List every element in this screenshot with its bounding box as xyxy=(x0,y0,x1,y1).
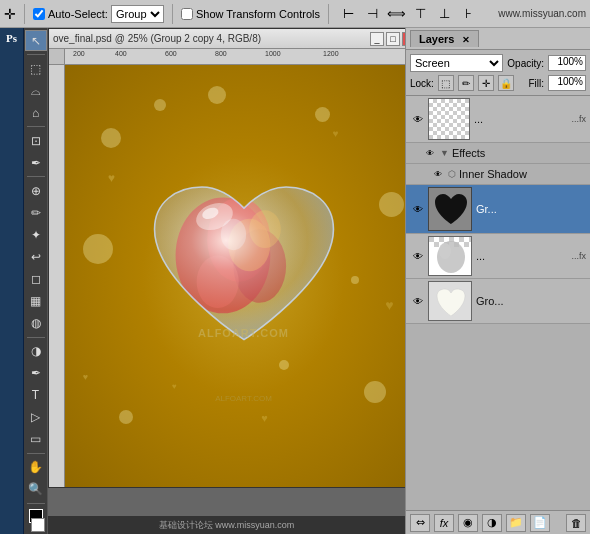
canvas-content: ♥ ♥ ♥ ♥ ♥ ♥ xyxy=(65,65,405,487)
layer-inner-shadow[interactable]: 👁 ⬡ Inner Shadow xyxy=(406,164,590,185)
layer-effects-header[interactable]: 👁 ▼ Effects xyxy=(406,143,590,164)
layer-1-fx: ...fx xyxy=(571,114,586,124)
inner-shadow-visibility[interactable]: 👁 xyxy=(430,166,446,182)
add-mask-btn[interactable]: ◉ xyxy=(458,514,478,532)
text-tool-btn[interactable]: T xyxy=(25,385,47,406)
align-left-btn[interactable]: ⊢ xyxy=(337,3,359,25)
layer-item-1[interactable]: 👁 ... ...fx xyxy=(406,96,590,143)
hand-tool-btn[interactable]: ✋ xyxy=(25,457,47,478)
close-btn[interactable]: ✕ xyxy=(402,32,405,46)
align-right-btn[interactable]: ⟺ xyxy=(385,3,407,25)
ps-logo: Ps xyxy=(0,28,24,534)
layer-effects-visibility[interactable]: 👁 xyxy=(422,145,438,161)
pen-tool-btn[interactable]: ✒ xyxy=(25,363,47,384)
auto-select-checkbox[interactable] xyxy=(33,8,45,20)
dodge-tool-btn[interactable]: ◑ xyxy=(25,341,47,362)
layer-3-thumb-svg xyxy=(429,237,472,276)
heart-bokeh-2: ♥ xyxy=(333,128,339,139)
clone-stamp-btn[interactable]: ✦ xyxy=(25,224,47,245)
delete-layer-btn[interactable]: 🗑 xyxy=(566,514,586,532)
svg-rect-11 xyxy=(429,237,434,242)
lasso-tool-btn[interactable]: ⌓ xyxy=(25,80,47,101)
minimize-btn[interactable]: _ xyxy=(370,32,384,46)
layer-3-name: ... xyxy=(476,250,571,262)
align-top-btn[interactable]: ⊤ xyxy=(409,3,431,25)
effects-eye-icon: 👁 xyxy=(426,149,434,158)
layers-panel: Layers ✕ Screen Opacity: 100% Lock: ⬚ ✏ … xyxy=(405,28,590,534)
layer-item-3[interactable]: 👁 xyxy=(406,234,590,279)
transform-checkbox[interactable] xyxy=(181,8,193,20)
magic-wand-btn[interactable]: ⌂ xyxy=(25,102,47,123)
ruler-horizontal: 200 400 600 800 1000 1200 xyxy=(65,49,405,65)
fill-value[interactable]: 100% xyxy=(548,75,586,91)
layer-selected-name: Gr... xyxy=(476,203,586,215)
path-select-btn[interactable]: ▷ xyxy=(25,407,47,428)
layer-selected-info: Gr... xyxy=(476,203,586,215)
lock-pixels-btn[interactable]: ✏ xyxy=(458,75,474,91)
layer-4-info: Gro... xyxy=(476,295,586,307)
add-fx-btn[interactable]: fx xyxy=(434,514,454,532)
maximize-btn[interactable]: □ xyxy=(386,32,400,46)
layer-selected-visibility[interactable]: 👁 xyxy=(410,201,426,217)
fx-icon: ⬡ xyxy=(448,169,456,179)
layers-controls: Screen Opacity: 100% Lock: ⬚ ✏ ✛ 🔒 Fill:… xyxy=(406,50,590,96)
ruler-h-label-600: 600 xyxy=(165,50,177,57)
move-tool-icon[interactable]: ✛ xyxy=(4,6,16,22)
history-brush-btn[interactable]: ↩ xyxy=(25,246,47,267)
gradient-tool-btn[interactable]: ▦ xyxy=(25,291,47,312)
layer-4-thumb xyxy=(428,281,472,321)
lock-position-btn[interactable]: ✛ xyxy=(478,75,494,91)
eraser-tool-btn[interactable]: ◻ xyxy=(25,268,47,289)
svg-rect-15 xyxy=(469,237,472,242)
eye-icon-selected: 👁 xyxy=(413,204,423,215)
layer-3-visibility[interactable]: 👁 xyxy=(410,248,426,264)
fill-label: Fill: xyxy=(528,78,544,89)
crop-tool-btn[interactable]: ⊡ xyxy=(25,130,47,151)
layer-4-visibility[interactable]: 👁 xyxy=(410,293,426,309)
select-tool-btn[interactable]: ↖ xyxy=(25,30,47,51)
link-layers-btn[interactable]: ⇔ xyxy=(410,514,430,532)
eye-icon-1: 👁 xyxy=(413,114,423,125)
layers-list: 👁 ... ...fx 👁 ▼ Effects xyxy=(406,96,590,510)
marquee-tool-btn[interactable]: ⬚ xyxy=(25,58,47,79)
add-adjustment-btn[interactable]: ◑ xyxy=(482,514,502,532)
align-bottom-btn[interactable]: ⊦ xyxy=(457,3,479,25)
bokeh-8 xyxy=(364,381,386,403)
layers-tab-close[interactable]: ✕ xyxy=(462,35,470,45)
effects-indent-icon: ▼ xyxy=(440,148,449,158)
svg-rect-14 xyxy=(459,237,464,242)
zoom-tool-btn[interactable]: 🔍 xyxy=(25,479,47,500)
blur-tool-btn[interactable]: ◍ xyxy=(25,313,47,334)
canvas-background: ♥ ♥ ♥ ♥ ♥ ♥ xyxy=(65,65,405,487)
layer-4-thumb-svg xyxy=(429,282,472,321)
layer-item-selected[interactable]: 👁 Gr... xyxy=(406,185,590,234)
layers-tab[interactable]: Layers ✕ xyxy=(410,30,479,47)
align-center-h-btn[interactable]: ⊣ xyxy=(361,3,383,25)
shape-tool-btn[interactable]: ▭ xyxy=(25,429,47,450)
layer-3-fx: ...fx xyxy=(571,251,586,261)
layer-item-4[interactable]: 👁 Gro... xyxy=(406,279,590,324)
background-color[interactable] xyxy=(31,518,45,532)
layers-footer: ⇔ fx ◉ ◑ 📁 📄 🗑 xyxy=(406,510,590,534)
eye-icon-4: 👁 xyxy=(413,296,423,307)
layer-1-visibility[interactable]: 👁 xyxy=(410,111,426,127)
eyedropper-btn[interactable]: ✒ xyxy=(25,152,47,173)
healing-brush-btn[interactable]: ⊕ xyxy=(25,180,47,201)
auto-select-dropdown[interactable]: Group xyxy=(111,5,164,23)
lock-transparent-btn[interactable]: ⬚ xyxy=(438,75,454,91)
opacity-value[interactable]: 100% xyxy=(548,55,586,71)
ruler-h-label-200: 200 xyxy=(73,50,85,57)
effects-label: Effects xyxy=(452,147,586,159)
blend-mode-row: Screen Opacity: 100% xyxy=(410,54,586,72)
layer-3-info: ... xyxy=(476,250,571,262)
new-layer-btn[interactable]: 📄 xyxy=(530,514,550,532)
svg-rect-19 xyxy=(464,242,469,247)
lock-all-btn[interactable]: 🔒 xyxy=(498,75,514,91)
blend-mode-select[interactable]: Screen xyxy=(410,54,503,72)
new-group-btn[interactable]: 📁 xyxy=(506,514,526,532)
heart-bokeh-3: ♥ xyxy=(385,297,393,313)
effects-info: Effects xyxy=(452,147,586,159)
tool-sep-1 xyxy=(27,54,45,55)
align-middle-btn[interactable]: ⊥ xyxy=(433,3,455,25)
brush-tool-btn[interactable]: ✏ xyxy=(25,202,47,223)
